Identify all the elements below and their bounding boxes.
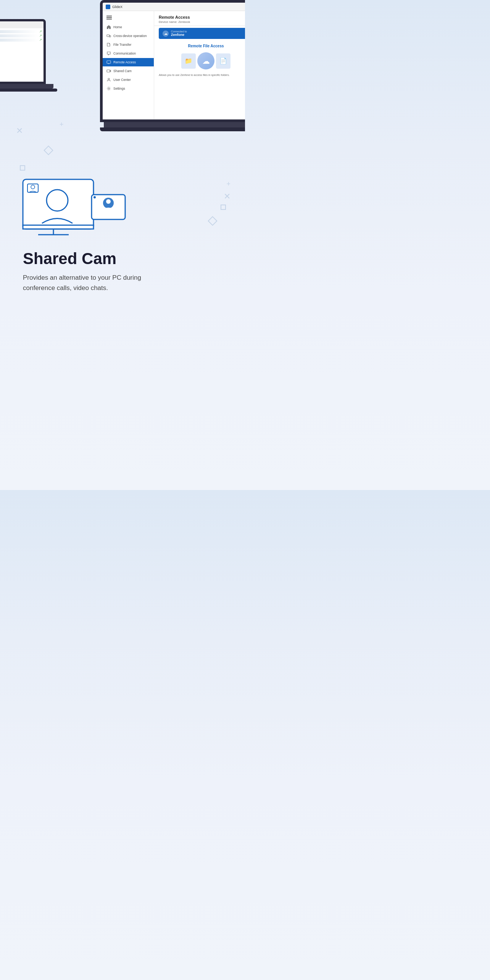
sidebar-item-shared-cam[interactable]: Shared Cam [103, 67, 154, 75]
sidebar-item-remote-access[interactable]: Remote Access [103, 58, 154, 66]
app-titlebar: GlideX [103, 3, 245, 11]
svg-rect-2 [107, 61, 111, 63]
sidebar-item-file-transfer[interactable]: File Transfer [103, 40, 154, 49]
sidebar-item-cross-device[interactable]: Cross-device operation [103, 32, 154, 40]
svg-point-14 [93, 196, 96, 198]
file-box-2: 📄 [216, 53, 230, 69]
laptop-right-screen: GlideX Home [100, 0, 245, 122]
app-name-label: GlideX [112, 5, 122, 9]
connected-device-name: Zenfone [171, 33, 187, 37]
laptop-right-foot [100, 127, 245, 131]
svg-point-4 [108, 78, 110, 80]
laptop-left-screen: :31↗ :31↗ :31↗ [0, 19, 46, 84]
shared-cam-description: Provides an alternative to your PC durin… [23, 273, 153, 293]
remote-file-section: Remote File Access 📁 ☁ 📄 [154, 41, 245, 80]
svg-rect-6 [23, 179, 93, 229]
hero-section: ✕ + :31↗ :31↗ :31↗ GlideX [0, 0, 245, 160]
cloud-illustration: ☁ [197, 52, 214, 69]
file-illustration: 📁 ☁ 📄 [159, 50, 245, 71]
app-main-content: Remote Access Device name: Zenbook ☁ Con… [154, 11, 245, 119]
device-name: Device name: Zenbook [159, 20, 245, 24]
svg-rect-7 [23, 225, 93, 229]
sidebar-item-communication[interactable]: Communication [103, 49, 154, 58]
shared-cam-illustration [19, 176, 130, 237]
hamburger-icon [106, 16, 150, 19]
remote-file-title: Remote File Access [159, 44, 245, 48]
remote-file-desc: Allows you to use Zenfone to access file… [159, 73, 245, 77]
svg-point-16 [106, 199, 111, 204]
remote-access-header: Remote Access Device name: Zenbook [154, 11, 245, 26]
deco-x-1: ✕ [16, 126, 23, 136]
sidebar-item-home[interactable]: Home [103, 23, 154, 31]
shared-cam-title: Shared Cam [23, 250, 222, 268]
app-icon [106, 5, 110, 9]
laptop-right-base [104, 122, 245, 127]
sidebar-item-user-center[interactable]: User Center [103, 76, 154, 84]
illustration-container [19, 176, 226, 237]
laptop-right: GlideX Home [100, 0, 245, 131]
svg-point-5 [108, 88, 110, 89]
app-body: Home Cross-device operation File Transfe… [103, 11, 245, 119]
connected-label: Connected to [171, 30, 187, 33]
connected-bar: ☁ Connected to Zenfone ↗ [159, 28, 245, 39]
svg-rect-3 [107, 70, 110, 72]
bottom-section: Shared Cam Provides an alternative to yo… [0, 160, 245, 316]
file-box-1: 📁 [181, 53, 196, 69]
laptop-left: :31↗ :31↗ :31↗ [0, 19, 57, 126]
cloud-icon: ☁ [163, 31, 169, 37]
deco-plus-1: + [60, 121, 64, 129]
remote-access-title: Remote Access [159, 15, 245, 19]
text-section: Shared Cam Provides an alternative to yo… [19, 250, 226, 293]
app-sidebar: Home Cross-device operation File Transfe… [103, 11, 154, 119]
sidebar-item-settings[interactable]: Settings [103, 84, 154, 93]
